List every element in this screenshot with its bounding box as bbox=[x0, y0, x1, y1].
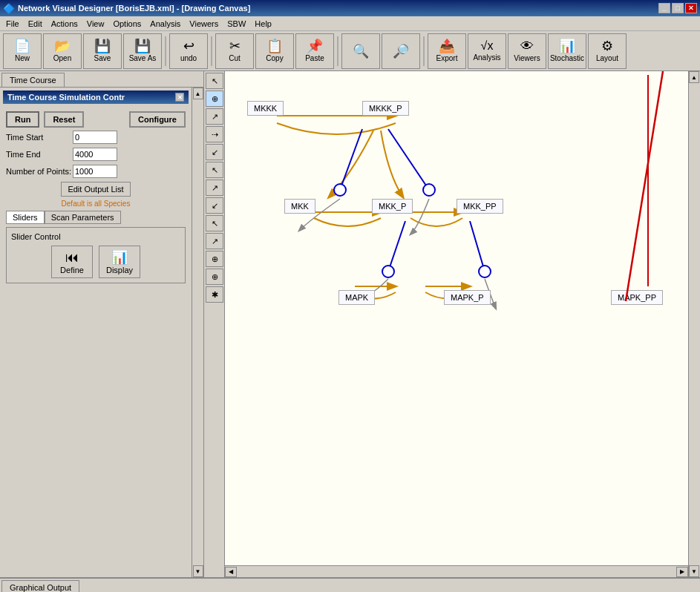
undo-button[interactable]: ↩ undo bbox=[169, 33, 208, 69]
menu-options[interactable]: Options bbox=[108, 18, 145, 30]
time-start-input[interactable] bbox=[73, 131, 117, 144]
edit-output-btn[interactable]: Edit Output List bbox=[61, 182, 130, 197]
display-label: Display bbox=[106, 266, 133, 274]
tool-star[interactable]: ✱ bbox=[206, 286, 223, 303]
menu-edit[interactable]: Edit bbox=[24, 18, 47, 30]
drawing-canvas: MKKK MKKK_P MKK MKK_P MKK_PP MAPK MAPK_P… bbox=[225, 71, 688, 565]
search1-button[interactable]: 🔍 bbox=[341, 33, 380, 69]
tool-arrow4[interactable]: ↖ bbox=[206, 162, 223, 178]
node-MAPK[interactable]: MAPK bbox=[338, 290, 375, 305]
open-label: Open bbox=[53, 54, 71, 62]
node-MAPK-PP[interactable]: MAPK_PP bbox=[611, 290, 663, 305]
graphical-output-tab[interactable]: Graphical Output bbox=[1, 580, 79, 592]
viewers-button[interactable]: 👁 Viewers bbox=[508, 33, 546, 69]
export-label: Export bbox=[436, 54, 458, 62]
left-panel: Time Course Time Course Simulation Contr… bbox=[0, 71, 204, 577]
menu-actions[interactable]: Actions bbox=[47, 18, 82, 30]
bottom-section: Graphical Output ⬜ ↺ ↻ ⊕ 📋 3D 📈 🖨 🎨 Load… bbox=[0, 577, 700, 592]
menu-analysis[interactable]: Analysis bbox=[145, 18, 185, 30]
maximize-btn[interactable]: □ bbox=[672, 3, 684, 13]
viewers-icon: 👁 bbox=[520, 39, 534, 53]
open-button[interactable]: 📂 Open bbox=[43, 33, 82, 69]
tool-add-node[interactable]: ⊕ bbox=[206, 91, 223, 107]
cut-label: Cut bbox=[229, 54, 241, 62]
tool-arrow1[interactable]: ↗ bbox=[206, 108, 223, 125]
paste-icon: 📌 bbox=[307, 39, 323, 53]
define-icon: ⏮ bbox=[65, 250, 79, 266]
stochastic-button[interactable]: 📊 Stochastic bbox=[548, 33, 586, 69]
copy-button[interactable]: 📋 Copy bbox=[255, 33, 294, 69]
window-title: Network Visual Designer [BorisEJB.xml] -… bbox=[18, 4, 250, 13]
main-toolbar: 📄 New 📂 Open 💾 Save 💾 Save As ↩ undo ✂ C… bbox=[0, 31, 700, 71]
sliders-tab[interactable]: Sliders bbox=[6, 211, 45, 224]
menu-viewers[interactable]: Viewers bbox=[185, 18, 223, 30]
search1-icon: 🔍 bbox=[353, 45, 369, 58]
tool-arrow7[interactable]: ↖ bbox=[206, 215, 223, 231]
run-button[interactable]: Run bbox=[6, 111, 39, 128]
tool-plus1[interactable]: ⊕ bbox=[206, 251, 223, 267]
menu-view[interactable]: View bbox=[82, 18, 109, 30]
layout-button[interactable]: ⚙ Layout bbox=[588, 33, 627, 69]
num-points-input[interactable] bbox=[73, 165, 117, 178]
tool-arrow2[interactable]: ⇢ bbox=[206, 126, 223, 142]
scroll-right-btn[interactable]: ▶ bbox=[676, 567, 688, 577]
node-MKKK-P[interactable]: MKKK_P bbox=[362, 101, 409, 116]
display-button[interactable]: 📊 Display bbox=[99, 246, 140, 278]
menu-file[interactable]: File bbox=[1, 18, 24, 30]
separator-2 bbox=[211, 36, 212, 66]
search2-button[interactable]: 🔎 bbox=[382, 33, 420, 69]
svg-line-3 bbox=[340, 129, 362, 190]
new-icon: 📄 bbox=[14, 39, 30, 53]
node-MKKK[interactable]: MKKK bbox=[247, 101, 284, 116]
tool-arrow6[interactable]: ↙ bbox=[206, 197, 223, 214]
time-end-input[interactable] bbox=[73, 148, 117, 161]
node-MKK[interactable]: MKK bbox=[284, 199, 315, 214]
layout-label: Layout bbox=[596, 54, 618, 62]
cut-button[interactable]: ✂ Cut bbox=[215, 33, 254, 69]
node-MAPK-P[interactable]: MAPK_P bbox=[444, 290, 491, 305]
slider-control-box: Slider Control ⏮ Define 📊 Display bbox=[6, 227, 186, 283]
tool-select[interactable]: ↖ bbox=[206, 73, 223, 89]
undo-icon: ↩ bbox=[183, 39, 194, 53]
stochastic-icon: 📊 bbox=[559, 39, 575, 53]
node-MKK-PP[interactable]: MKK_PP bbox=[457, 199, 503, 214]
canvas-scroll-up[interactable]: ▲ bbox=[689, 71, 699, 83]
paste-button[interactable]: 📌 Paste bbox=[295, 33, 334, 69]
export-button[interactable]: 📤 Export bbox=[428, 33, 466, 69]
save-button[interactable]: 💾 Save bbox=[83, 33, 122, 69]
stochastic-label: Stochastic bbox=[550, 54, 584, 62]
configure-button[interactable]: Configure bbox=[129, 111, 186, 128]
copy-icon: 📋 bbox=[266, 39, 283, 53]
left-tab-bar: Time Course bbox=[0, 71, 203, 88]
scroll-up-btn[interactable]: ▲ bbox=[193, 88, 203, 99]
default-text: Default is all Species bbox=[6, 200, 186, 208]
saveas-button[interactable]: 💾 Save As bbox=[123, 33, 162, 69]
define-label: Define bbox=[60, 266, 84, 274]
scroll-left-btn[interactable]: ◀ bbox=[225, 567, 237, 577]
reset-button[interactable]: Reset bbox=[44, 111, 84, 128]
menu-sbw[interactable]: SBW bbox=[223, 18, 250, 30]
paste-label: Paste bbox=[305, 54, 324, 62]
scroll-down-btn[interactable]: ▼ bbox=[193, 565, 203, 577]
analysis-button[interactable]: √x Analysis bbox=[468, 33, 506, 69]
tool-arrow3[interactable]: ↙ bbox=[206, 144, 223, 160]
sub-tabs: Sliders Scan Parameters bbox=[6, 211, 186, 224]
tool-plus2[interactable]: ⊕ bbox=[206, 269, 223, 285]
h-scrollbar: ◀ ▶ bbox=[225, 565, 688, 577]
define-button[interactable]: ⏮ Define bbox=[51, 246, 93, 278]
menu-help[interactable]: Help bbox=[250, 18, 276, 30]
minimize-btn[interactable]: _ bbox=[658, 3, 670, 13]
sim-close-btn[interactable]: ✕ bbox=[175, 93, 184, 102]
display-icon: 📊 bbox=[111, 249, 128, 266]
tool-arrow8[interactable]: ↗ bbox=[206, 233, 223, 249]
open-icon: 📂 bbox=[54, 39, 71, 53]
new-button[interactable]: 📄 New bbox=[3, 33, 42, 69]
node-MKK-P[interactable]: MKK_P bbox=[372, 199, 413, 214]
svg-line-9 bbox=[470, 221, 485, 272]
time-course-tab[interactable]: Time Course bbox=[1, 73, 65, 87]
close-btn-window[interactable]: ✕ bbox=[685, 3, 697, 13]
canvas-scroll-down[interactable]: ▼ bbox=[689, 565, 699, 577]
panel-content: Time Course Simulation Contr ✕ Run Reset… bbox=[0, 88, 192, 289]
scan-parameters-tab[interactable]: Scan Parameters bbox=[45, 211, 121, 224]
tool-arrow5[interactable]: ↗ bbox=[206, 180, 223, 196]
